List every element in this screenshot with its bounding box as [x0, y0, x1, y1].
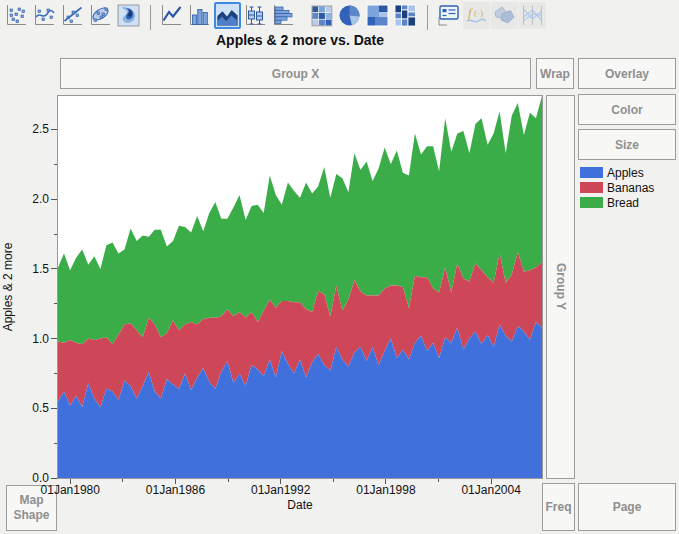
svg-text:(·): (·)	[474, 8, 483, 18]
area-tool-button[interactable]	[214, 2, 241, 29]
treemap-tool-button[interactable]	[364, 2, 391, 29]
y-tick-label: 2.0	[17, 192, 49, 206]
drop-zone-overlay-label: Overlay	[605, 67, 649, 81]
y-major-tick	[51, 338, 57, 339]
legend-swatch	[580, 167, 603, 178]
mosaic-tool-button[interactable]	[392, 2, 419, 29]
formula-tool-button[interactable]: f(·)	[463, 2, 490, 29]
x-tick-label: 01Jan1992	[239, 483, 323, 497]
line-of-fit-icon	[60, 3, 85, 28]
legend-label: Bread	[607, 196, 639, 210]
line-of-fit-tool-button[interactable]	[59, 2, 86, 29]
legend-label: Apples	[607, 166, 644, 180]
caption-box-tool-button[interactable]	[435, 2, 462, 29]
legend: ApplesBananasBread	[580, 165, 654, 210]
legend-swatch	[580, 197, 603, 208]
legend-label: Bananas	[607, 181, 654, 195]
ellipse-tool-button[interactable]	[87, 2, 114, 29]
formula-icon: f(·)	[464, 3, 489, 28]
drop-zone-group-x[interactable]: Group X	[60, 58, 531, 89]
contour-tool-button[interactable]	[115, 2, 142, 29]
x-tick-label: 01Jan1980	[28, 483, 112, 497]
contour-icon	[116, 3, 141, 28]
y-major-tick	[51, 129, 57, 130]
x-tick-label: 01Jan1998	[344, 483, 428, 497]
histogram-icon	[271, 3, 296, 28]
box-plot-icon	[243, 3, 268, 28]
x-minor-tick	[228, 479, 229, 482]
drop-zone-color-label: Color	[611, 103, 642, 117]
legend-swatch	[580, 182, 603, 193]
pie-tool-button[interactable]	[336, 2, 363, 29]
y-tick-label: 1.5	[17, 262, 49, 276]
chart-title: Apples & 2 more vs. Date	[57, 32, 543, 48]
pie-icon	[337, 3, 362, 28]
drop-zone-group-y[interactable]: Group Y	[546, 95, 575, 479]
treemap-icon	[365, 3, 390, 28]
y-axis-title: Apples & 2 more	[1, 222, 15, 352]
drop-zone-wrap-label: Wrap	[540, 67, 570, 81]
x-minor-tick	[122, 479, 123, 482]
stacked-area-chart	[58, 96, 542, 478]
bar-tool-button[interactable]	[186, 2, 213, 29]
drop-zone-wrap[interactable]: Wrap	[536, 58, 574, 89]
line-tool-button[interactable]	[158, 2, 185, 29]
map-shapes-icon	[492, 3, 517, 28]
drop-zone-size-label: Size	[615, 138, 639, 152]
area-icon	[216, 3, 239, 28]
toolbar-separator	[150, 5, 151, 30]
ellipse-icon	[88, 3, 113, 28]
legend-item[interactable]: Apples	[580, 165, 654, 180]
histogram-tool-button[interactable]	[270, 2, 297, 29]
y-minor-tick	[54, 443, 57, 444]
drop-zone-size[interactable]: Size	[578, 129, 676, 160]
y-minor-tick	[54, 234, 57, 235]
graph-builder-window: f(·) Apples & 2 more vs. Date Group X Wr…	[0, 0, 679, 534]
y-major-tick	[51, 268, 57, 269]
x-minor-tick	[333, 479, 334, 482]
y-major-tick	[51, 199, 57, 200]
caption-box-icon	[436, 3, 461, 28]
parallel-plot-icon	[520, 3, 545, 28]
toolbar-separator	[427, 5, 428, 30]
heatmap-icon	[309, 3, 334, 28]
box-plot-tool-button[interactable]	[242, 2, 269, 29]
points-tool-button[interactable]	[3, 2, 30, 29]
drop-zone-freq[interactable]: Freq	[542, 483, 575, 531]
drop-zone-color[interactable]: Color	[578, 94, 676, 125]
drop-zone-overlay[interactable]: Overlay	[578, 58, 676, 89]
y-minor-tick	[54, 373, 57, 374]
drop-zone-page-label: Page	[613, 500, 642, 514]
y-major-tick	[51, 478, 57, 479]
legend-item[interactable]: Bread	[580, 195, 654, 210]
y-tick-label: 0.5	[17, 401, 49, 415]
y-major-tick	[51, 408, 57, 409]
x-axis-title: Date	[57, 498, 543, 512]
heatmap-tool-button[interactable]	[308, 2, 335, 29]
drop-zone-page[interactable]: Page	[578, 483, 676, 531]
drop-zone-group-x-label: Group X	[272, 67, 319, 81]
x-tick-label: 01Jan1986	[133, 483, 217, 497]
x-minor-tick	[438, 479, 439, 482]
smoother-tool-button[interactable]	[31, 2, 58, 29]
points-icon	[4, 3, 29, 28]
drop-zone-freq-label: Freq	[545, 500, 571, 514]
mosaic-icon	[393, 3, 418, 28]
drop-zone-group-y-label: Group Y	[554, 263, 568, 310]
legend-item[interactable]: Bananas	[580, 180, 654, 195]
y-minor-tick	[54, 164, 57, 165]
y-tick-label: 1.0	[17, 332, 49, 346]
smoother-icon	[32, 3, 57, 28]
line-icon	[159, 3, 184, 28]
y-tick-label: 2.5	[17, 122, 49, 136]
drop-zone-map-shape-label: Map Shape	[7, 493, 56, 523]
bar-icon	[187, 3, 212, 28]
plot-area[interactable]	[57, 95, 543, 479]
y-minor-tick	[54, 303, 57, 304]
map-shapes-tool-button[interactable]	[491, 2, 518, 29]
parallel-plot-tool-button[interactable]	[519, 2, 546, 29]
x-tick-label: 01Jan2004	[449, 483, 533, 497]
element-type-toolbar: f(·)	[0, 0, 679, 30]
